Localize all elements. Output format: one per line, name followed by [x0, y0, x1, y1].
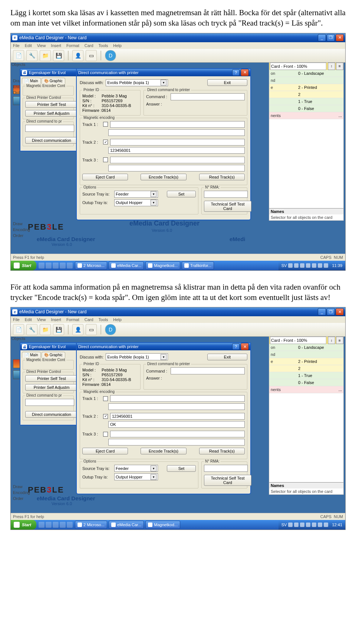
toolbar-folder-icon[interactable]: 📁: [40, 50, 51, 61]
set-button[interactable]: Set: [167, 191, 196, 197]
props-names-head: Names: [269, 208, 343, 214]
dialog-close-button[interactable]: ✕: [241, 69, 249, 76]
status-bar: Press F1 for help CAPS NUM: [11, 254, 345, 261]
close-button[interactable]: ✕: [336, 34, 344, 41]
track1-input[interactable]: [110, 121, 245, 128]
menu-format[interactable]: Format: [66, 43, 79, 48]
quicklaunch-icon[interactable]: [46, 263, 52, 268]
direct-communication-button[interactable]: Direct communication: [25, 137, 78, 144]
toolbar-demo-icon[interactable]: D: [105, 324, 116, 335]
toolbar-user-icon[interactable]: 👤: [72, 50, 83, 61]
direct-cmd-input[interactable]: [25, 125, 74, 132]
track3-input[interactable]: [110, 157, 245, 163]
close-button[interactable]: ✕: [336, 308, 344, 316]
source-tray-select[interactable]: Feeder▾: [114, 191, 158, 198]
toolbar-save-icon[interactable]: 💾: [53, 50, 64, 61]
menu-tools[interactable]: Tools: [99, 43, 108, 48]
leftcol-order-b[interactable]: Order: [13, 233, 37, 239]
toolbar-new-icon[interactable]: 📄: [13, 324, 24, 335]
tray-icon[interactable]: [306, 263, 310, 268]
menu-card[interactable]: Card: [85, 43, 93, 48]
track1-result: [108, 129, 245, 136]
printer-self-test-button[interactable]: Printer Self Test: [25, 101, 78, 108]
dialog-help-button[interactable]: ?: [232, 69, 240, 76]
toolbar-open-icon[interactable]: 🔧: [26, 50, 37, 61]
taskbar: ⊞Start 2 Microso... eMedia Car... Magnet…: [11, 261, 345, 270]
tray-icon[interactable]: [300, 263, 304, 268]
toolbar-card-icon[interactable]: ▭: [86, 50, 97, 61]
command-input[interactable]: [171, 93, 245, 100]
output-tray-select[interactable]: Output Hopper▾: [114, 199, 158, 206]
eject-card-button[interactable]: Eject Card: [82, 174, 128, 180]
track1-checkbox[interactable]: [103, 122, 108, 127]
screenshot-1: e eMedia Card Designer - New card _ ❐ ✕ …: [10, 33, 346, 271]
toolbar: 📄 🔧 📁 💾 👤 ▭ D: [11, 49, 345, 63]
toolbar-folder-icon[interactable]: 📁: [40, 324, 51, 335]
toolbar-user-icon[interactable]: 👤: [72, 324, 83, 335]
tab-graphic[interactable]: 🎨Graphic: [42, 78, 65, 84]
discuss-select[interactable]: Evolis Pebble (kopia 1)▾: [106, 79, 168, 86]
tab-main[interactable]: 📄Main: [22, 78, 41, 84]
start-button[interactable]: ⊞Start: [11, 261, 36, 270]
paragraph-1: Lägg i kortet som ska läsas av i kassett…: [10, 7, 346, 29]
self-test-card-button[interactable]: Technical Self Test Card: [204, 201, 251, 212]
quicklaunch-icon[interactable]: [53, 263, 59, 268]
dialog-title: Direct communication with printer: [78, 70, 231, 75]
app-icon: e: [12, 35, 17, 40]
clock: 11:39: [332, 263, 342, 268]
menu-view[interactable]: View: [37, 43, 46, 48]
toolbar-card-icon[interactable]: ▭: [86, 324, 97, 335]
printer-self-adjust-button[interactable]: Printer Self Adjustm: [25, 110, 78, 117]
track2-input[interactable]: [110, 139, 245, 146]
app-icon: e: [12, 309, 17, 314]
direct-communication-dialog: Direct communication with printer?✕ Disc…: [76, 342, 251, 494]
track3-result: [108, 165, 245, 171]
minimize-button[interactable]: _: [318, 308, 326, 316]
bg-brand-3: eMedi: [230, 236, 245, 242]
screenshot-2: eeMedia Card Designer - New card _❐✕ Fil…: [10, 307, 346, 530]
paragraph-2: För att koda samma information på en mag…: [10, 282, 346, 303]
maximize-button[interactable]: ❐: [327, 308, 335, 316]
tray-icon[interactable]: [324, 263, 328, 268]
menu-help[interactable]: Help: [113, 43, 122, 48]
props-btn-b[interactable]: ≡: [336, 63, 343, 70]
track2-result: 123456001: [108, 147, 245, 154]
tray-icon[interactable]: [294, 263, 299, 268]
track2-input[interactable]: 123456001: [110, 413, 245, 420]
menu-insert[interactable]: Insert: [51, 43, 61, 48]
maximize-button[interactable]: ❐: [327, 34, 335, 41]
quicklaunch-icon[interactable]: [39, 263, 44, 268]
toolbar-save-icon[interactable]: 💾: [53, 324, 64, 335]
toolbar-open-icon[interactable]: 🔧: [26, 324, 37, 335]
quicklaunch-icon[interactable]: [60, 263, 66, 268]
rma-input[interactable]: [204, 191, 248, 198]
task-item[interactable]: Magnetkod...: [145, 261, 180, 270]
track2-result: OK: [108, 421, 245, 428]
props-btn-a[interactable]: ↕: [328, 63, 335, 70]
encode-tracks-button[interactable]: Encode Track(s): [141, 174, 186, 180]
props-selector[interactable]: [270, 63, 326, 70]
menu-file[interactable]: File: [13, 43, 20, 48]
track3-checkbox[interactable]: [103, 157, 108, 162]
lang-indicator[interactable]: SV: [281, 263, 287, 268]
bg-brand-sub: Version 6.0: [152, 228, 172, 233]
track2-checkbox[interactable]: ✓: [103, 140, 108, 144]
quicklaunch-icon[interactable]: [67, 263, 73, 268]
toolbar-demo-icon[interactable]: D: [105, 50, 116, 61]
tray-icon[interactable]: [312, 263, 316, 268]
task-item[interactable]: eMedia Car...: [109, 261, 144, 270]
minimize-button[interactable]: _: [318, 34, 326, 41]
tray-icon[interactable]: [318, 263, 322, 268]
app-titlebar: e eMedia Card Designer - New card _ ❐ ✕: [11, 33, 345, 42]
exit-button[interactable]: Exit: [207, 79, 247, 86]
task-item[interactable]: 2 Microso...: [75, 261, 107, 270]
tray-icon[interactable]: [288, 263, 293, 268]
direct-communication-dialog: Direct communication with printer ? ✕ Di…: [76, 68, 251, 220]
menu-edit[interactable]: Edit: [25, 43, 32, 48]
task-item[interactable]: Trafikinfor...: [182, 261, 214, 270]
system-tray: SV 11:39: [278, 261, 345, 270]
properties-panel: ↕≡ on0 - Landscape nd e2 - Printed 2 1 -…: [269, 336, 344, 495]
discuss-label: Discuss with:: [80, 80, 103, 85]
read-tracks-button[interactable]: Read Track(s): [199, 174, 245, 180]
toolbar-new-icon[interactable]: 📄: [13, 50, 24, 61]
